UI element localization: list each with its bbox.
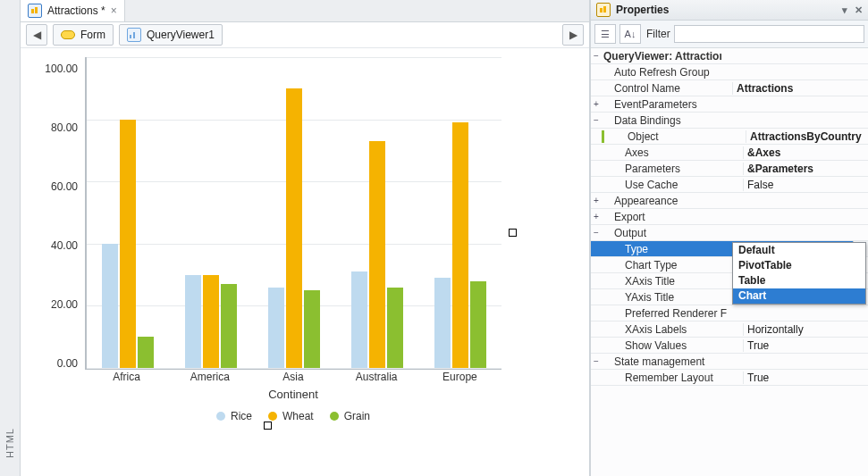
prop-value[interactable]: &Parameters (743, 163, 868, 175)
prop-label: Preferred Renderer F (602, 307, 743, 320)
close-panel-icon[interactable]: ✕ (855, 4, 863, 16)
prop-value[interactable]: Horizontally (743, 323, 868, 336)
prop-row-auto-refresh[interactable]: Auto Refresh Group (591, 64, 868, 80)
prop-label: XAxis Labels (602, 323, 743, 336)
selection-handle[interactable] (264, 422, 272, 430)
prop-label: Parameters (602, 163, 743, 175)
filter-input[interactable] (674, 25, 864, 43)
editor-pane: Attractions * × ◀ Form QueryViewer1 ▶ 10… (21, 0, 590, 476)
bar-rice (351, 271, 367, 368)
prop-label: Chart Type (602, 259, 743, 271)
prop-value[interactable]: False (743, 179, 868, 191)
prop-value[interactable]: &Axes (743, 146, 868, 159)
bar-rice (102, 244, 118, 368)
y-tick: 40.00 (37, 239, 78, 252)
prop-row-use-cache[interactable]: Use Cache False (591, 177, 868, 193)
x-tick: Australia (335, 371, 418, 383)
bar-grain (138, 337, 154, 368)
prop-value[interactable]: True (743, 339, 868, 352)
prop-row-object[interactable]: Object AttractionsByCountry (591, 129, 868, 145)
prop-row-axes[interactable]: Axes &Axes (591, 145, 868, 161)
prop-value[interactable]: Attractions (732, 82, 868, 95)
breadcrumb-queryviewer-button[interactable]: QueryViewer1 (119, 24, 223, 46)
breadcrumb-form-button[interactable]: Form (53, 24, 114, 46)
legend-item-rice: Rice (216, 410, 252, 422)
bar-wheat (203, 275, 219, 368)
prop-value[interactable]: True (743, 372, 868, 384)
legend-label: Wheat (282, 410, 314, 422)
left-rail-label: HTML (4, 428, 15, 458)
chart-plot-area (85, 57, 501, 370)
prop-label: Data Bindings (602, 114, 732, 127)
prop-row-data-bindings[interactable]: − Data Bindings (591, 113, 868, 129)
prop-label: Use Cache (602, 179, 743, 191)
prop-row-event-parameters[interactable]: + EventParameters (591, 96, 868, 113)
pin-icon[interactable]: ▾ (842, 4, 847, 16)
prop-value[interactable]: AttractionsByCountry (746, 130, 868, 143)
document-tab-title: Attractions * (47, 4, 105, 17)
prop-row-remember-layout[interactable]: Remember Layout True (591, 370, 868, 386)
bar-wheat (286, 88, 302, 368)
type-dropdown[interactable]: DefaultPivotTableTableChart (732, 242, 866, 305)
breadcrumb-form-label: Form (80, 29, 105, 41)
bar-rice (185, 275, 201, 368)
categorize-button[interactable]: ☰ (594, 24, 616, 44)
collapse-icon[interactable]: − (591, 52, 602, 61)
properties-panel: Properties ▾ ✕ ☰ A↓ Filter − QueryViewer… (590, 0, 868, 476)
grid-header-label: QueryViewer: Attractions (602, 50, 721, 63)
prop-row-state-management[interactable]: − State management (591, 354, 868, 370)
dropdown-option-chart[interactable]: Chart (733, 288, 865, 304)
close-icon[interactable]: × (111, 4, 117, 17)
prop-label: XAxis Title (602, 275, 743, 288)
collapse-icon[interactable]: − (591, 229, 602, 238)
legend-label: Grain (344, 410, 370, 422)
prop-label: Appeareance (602, 195, 732, 207)
properties-title: Properties (616, 4, 669, 16)
prop-label: Export (602, 211, 732, 223)
legend-swatch-icon (330, 412, 339, 421)
design-canvas[interactable]: 100.0080.0060.0040.0020.000.00 AfricaAme… (21, 48, 589, 476)
bar-grain (304, 290, 320, 368)
document-tab-attractions[interactable]: Attractions * × (21, 0, 125, 21)
y-tick: 100.00 (37, 63, 78, 75)
prop-row-output[interactable]: − Output (591, 225, 868, 241)
chart-y-axis: 100.0080.0060.0040.0020.000.00 (37, 63, 83, 370)
breadcrumb-queryviewer-label: QueryViewer1 (147, 29, 215, 41)
prop-row-export[interactable]: + Export (591, 209, 868, 225)
chart-control[interactable]: 100.0080.0060.0040.0020.000.00 AfricaAme… (37, 57, 501, 422)
x-tick: Europe (418, 371, 501, 383)
expand-icon[interactable]: + (591, 100, 602, 109)
breadcrumb-prev-button[interactable]: ◀ (26, 24, 47, 46)
bar-grain (470, 281, 486, 368)
prop-row-xaxis-labels[interactable]: XAxis Labels Horizontally (591, 322, 868, 338)
prop-row-parameters[interactable]: Parameters &Parameters (591, 161, 868, 177)
properties-title-bar: Properties ▾ ✕ (591, 0, 868, 21)
expand-icon[interactable]: + (591, 213, 602, 221)
bar-wheat (452, 122, 468, 368)
prop-row-preferred-renderer[interactable]: Preferred Renderer F (591, 305, 868, 322)
prop-label: Axes (602, 146, 743, 159)
dropdown-option-table[interactable]: Table (733, 273, 865, 288)
prop-row-show-values[interactable]: Show Values True (591, 338, 868, 354)
prop-label: State management (602, 355, 732, 368)
dropdown-option-pivottable[interactable]: PivotTable (733, 258, 865, 273)
bar-grain (387, 288, 403, 368)
chart-legend: RiceWheatGrain (85, 401, 501, 422)
document-tabstrip: Attractions * × (21, 0, 589, 22)
sort-az-button[interactable]: A↓ (619, 24, 641, 44)
prop-row-control-name[interactable]: Control Name Attractions (591, 80, 868, 96)
collapse-icon[interactable]: − (591, 357, 602, 366)
legend-item-grain: Grain (330, 410, 370, 422)
breadcrumb-next-button[interactable]: ▶ (562, 24, 584, 46)
x-tick: Asia (251, 371, 334, 383)
prop-row-appearance[interactable]: + Appeareance (591, 193, 868, 209)
expand-icon[interactable]: + (591, 196, 602, 205)
chart-x-axis: AfricaAmericaAsiaAustraliaEurope (85, 370, 501, 384)
prop-label: Type (602, 243, 743, 255)
dropdown-option-default[interactable]: Default (733, 243, 865, 258)
bar-wheat (120, 120, 136, 368)
queryviewer-icon (28, 4, 42, 18)
left-rail: HTML (0, 0, 21, 476)
selection-handle[interactable] (509, 229, 517, 237)
collapse-icon[interactable]: − (591, 116, 602, 125)
